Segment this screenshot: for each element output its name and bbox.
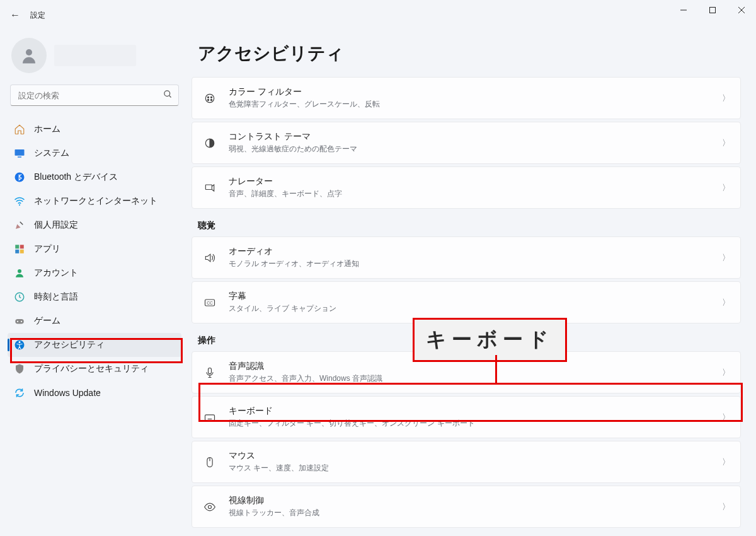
- keyboard-icon: [202, 411, 217, 424]
- card-audio[interactable]: オーディオ モノラル オーディオ、オーディオ通知 〉: [192, 236, 741, 279]
- search-box[interactable]: [10, 84, 179, 106]
- card-subtitle: マウス キー、速度、加速設定: [229, 463, 722, 474]
- svg-line-6: [169, 95, 171, 97]
- card-keyboard[interactable]: キーボード 固定キー、フィルター キー、切り替えキー、オンスクリーン キーボード…: [192, 396, 741, 438]
- chevron-right-icon: 〉: [722, 412, 730, 423]
- svg-point-10: [19, 204, 20, 206]
- card-title: カラー フィルター: [229, 86, 722, 98]
- nav-network[interactable]: ネットワークとインターネット: [8, 189, 181, 213]
- narrator-icon: [202, 182, 217, 194]
- card-title: キーボード: [229, 405, 722, 417]
- svg-point-15: [18, 269, 21, 273]
- svg-point-23: [207, 96, 209, 98]
- back-button[interactable]: ←: [3, 9, 28, 21]
- svg-rect-7: [15, 149, 25, 156]
- contrast-icon: [202, 137, 217, 149]
- color-filters-icon: [202, 92, 217, 105]
- svg-rect-1: [710, 8, 716, 13]
- nav-label: ホーム: [34, 124, 60, 135]
- chevron-right-icon: 〉: [722, 297, 730, 308]
- window-controls: [669, 0, 756, 20]
- svg-point-21: [19, 341, 21, 343]
- chevron-right-icon: 〉: [722, 367, 730, 378]
- svg-text:CC: CC: [207, 301, 213, 305]
- search-icon: [163, 90, 173, 101]
- nav-system[interactable]: システム: [8, 141, 181, 165]
- windows-update-icon: [14, 387, 25, 399]
- chevron-right-icon: 〉: [722, 182, 730, 194]
- card-title: 字幕: [229, 291, 722, 302]
- accounts-icon: [14, 267, 25, 279]
- nav-label: ゲーム: [34, 315, 60, 327]
- card-title: コントラスト テーマ: [229, 131, 722, 143]
- mouse-icon: [202, 456, 217, 469]
- minimize-button[interactable]: [669, 0, 698, 20]
- main-content: アクセシビリティ カラー フィルター 色覚障害フィルター、グレースケール、反転 …: [189, 30, 756, 536]
- time-language-icon: [14, 291, 25, 303]
- nav-bluetooth[interactable]: Bluetooth とデバイス: [8, 165, 181, 189]
- svg-point-19: [21, 321, 22, 322]
- search-input[interactable]: [10, 84, 179, 106]
- card-contrast-themes[interactable]: コントラスト テーマ 弱視、光線過敏症のための配色テーマ 〉: [192, 122, 741, 164]
- card-subtitle: スタイル、ライブ キャプション: [229, 303, 722, 314]
- nav-windows-update[interactable]: Windows Update: [8, 381, 181, 405]
- card-narrator[interactable]: ナレーター 音声、詳細度、キーボード、点字 〉: [192, 166, 741, 209]
- user-name-redacted: [54, 45, 136, 66]
- window-title: 設定: [30, 10, 45, 21]
- nav-label: Windows Update: [34, 388, 101, 398]
- card-eye-control[interactable]: 視線制御 視線トラッカー、音声合成 〉: [192, 486, 741, 528]
- card-title: 音声認識: [229, 361, 722, 372]
- card-subtitle: 音声、詳細度、キーボード、点字: [229, 189, 722, 199]
- maximize-button[interactable]: [698, 0, 727, 20]
- nav-time-language[interactable]: 時刻と言語: [8, 285, 181, 309]
- title-bar: ← 設定: [0, 0, 756, 30]
- svg-rect-12: [20, 245, 24, 248]
- card-subtitle: 視線トラッカー、音声合成: [229, 508, 722, 518]
- svg-point-26: [210, 99, 212, 100]
- card-title: 視線制御: [229, 495, 722, 506]
- nav-label: プライバシーとセキュリティ: [34, 363, 149, 375]
- close-button[interactable]: [727, 0, 756, 20]
- svg-point-40: [209, 505, 212, 508]
- svg-rect-11: [15, 245, 19, 248]
- nav-accessibility[interactable]: アクセシビリティ: [8, 333, 181, 357]
- nav-gaming[interactable]: ゲーム: [8, 309, 181, 333]
- svg-rect-13: [15, 250, 19, 253]
- nav-label: 個人用設定: [34, 219, 78, 231]
- user-block[interactable]: [8, 35, 181, 84]
- svg-rect-14: [20, 250, 24, 253]
- nav-label: Bluetooth とデバイス: [34, 172, 118, 183]
- system-icon: [14, 148, 25, 159]
- svg-point-4: [26, 49, 32, 55]
- card-subtitle: 音声アクセス、音声入力、Windows 音声認識: [229, 373, 722, 384]
- svg-point-5: [164, 91, 170, 96]
- card-mouse[interactable]: マウス マウス キー、速度、加速設定 〉: [192, 441, 741, 483]
- card-speech[interactable]: 音声認識 音声アクセス、音声入力、Windows 音声認識 〉: [192, 351, 741, 393]
- card-captions[interactable]: CC 字幕 スタイル、ライブ キャプション 〉: [192, 281, 741, 323]
- section-hearing-label: 聴覚: [198, 220, 741, 231]
- nav-apps[interactable]: アプリ: [8, 237, 181, 261]
- speech-icon: [202, 366, 217, 379]
- card-subtitle: 色覚障害フィルター、グレースケール、反転: [229, 99, 722, 110]
- eye-control-icon: [202, 501, 217, 513]
- nav-personalization[interactable]: 個人用設定: [8, 213, 181, 237]
- svg-point-24: [210, 96, 212, 98]
- nav-label: ネットワークとインターネット: [34, 195, 158, 207]
- audio-icon: [202, 252, 217, 264]
- nav-accounts[interactable]: アカウント: [8, 261, 181, 285]
- privacy-icon: [14, 363, 25, 375]
- nav-label: アプリ: [34, 243, 60, 255]
- chevron-right-icon: 〉: [722, 252, 730, 264]
- card-color-filters[interactable]: カラー フィルター 色覚障害フィルター、グレースケール、反転 〉: [192, 77, 741, 119]
- bluetooth-icon: [14, 172, 25, 183]
- svg-point-18: [17, 321, 18, 322]
- sidebar: ホーム システム Bluetooth とデバイス ネットワークとインターネット …: [0, 30, 189, 536]
- nav-privacy[interactable]: プライバシーとセキュリティ: [8, 357, 181, 381]
- nav-home[interactable]: ホーム: [8, 117, 181, 141]
- card-subtitle: 弱視、光線過敏症のための配色テーマ: [229, 144, 722, 154]
- svg-point-22: [205, 94, 214, 102]
- card-subtitle: 固定キー、フィルター キー、切り替えキー、オンスクリーン キーボード: [229, 418, 722, 429]
- chevron-right-icon: 〉: [722, 457, 730, 468]
- card-title: オーディオ: [229, 246, 722, 257]
- nav-label: アクセシビリティ: [34, 339, 105, 351]
